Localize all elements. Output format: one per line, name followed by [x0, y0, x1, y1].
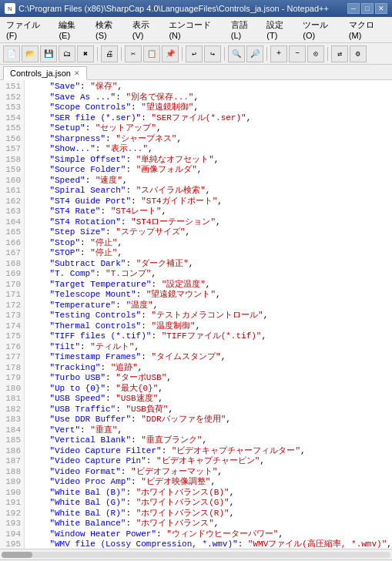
- menu-macro[interactable]: マクロ(M): [344, 18, 390, 42]
- menu-settings[interactable]: 設定(T): [262, 18, 298, 42]
- separator-5: [266, 47, 267, 61]
- tab-label: Controls_ja.json: [10, 69, 71, 78]
- menu-tools[interactable]: ツール(O): [298, 18, 344, 42]
- save-button[interactable]: 💾: [40, 45, 57, 62]
- code-content[interactable]: "Save": "保存", "Save As ...": "別名で保存...",…: [25, 80, 392, 549]
- menu-search[interactable]: 検索(S): [91, 18, 128, 42]
- paste-button[interactable]: 📌: [162, 45, 179, 62]
- zoom-in-button[interactable]: +: [270, 45, 287, 62]
- menu-file[interactable]: ファイル(F): [2, 18, 54, 42]
- separator-1: [97, 47, 98, 61]
- scroll-thumb[interactable]: [2, 552, 32, 558]
- save-all-button[interactable]: 🗂: [59, 45, 75, 62]
- toolbar: 📄 📂 💾 🗂 ✖ 🖨 ✂ 📋 📌 ↩ ↪ 🔍 🔎 + − ⊙ ⇄ ⚙: [0, 43, 392, 65]
- menu-edit[interactable]: 編集(E): [54, 18, 91, 42]
- separator-4: [224, 47, 225, 61]
- menu-lang[interactable]: 言語(L): [226, 18, 262, 42]
- cut-button[interactable]: ✂: [125, 45, 142, 62]
- close-button[interactable]: ✕: [375, 3, 387, 14]
- print-button[interactable]: 🖨: [101, 45, 118, 62]
- window-title: C:\Program Files (x86)\SharpCap 4.0\Lang…: [18, 4, 344, 13]
- minimize-button[interactable]: ─: [347, 3, 360, 14]
- separator-3: [182, 47, 183, 61]
- menu-bar: ファイル(F) 編集(E) 検索(S) 表示(V) エンコード(N) 言語(L)…: [0, 17, 392, 43]
- open-button[interactable]: 📂: [22, 45, 39, 62]
- replace-button[interactable]: 🔎: [246, 45, 263, 62]
- title-bar: N C:\Program Files (x86)\SharpCap 4.0\La…: [0, 0, 392, 17]
- tab-bar: Controls_ja.json ✕: [0, 65, 392, 80]
- zoom-out-button[interactable]: −: [289, 45, 306, 62]
- undo-button[interactable]: ↩: [186, 45, 203, 62]
- settings-button[interactable]: ⚙: [350, 45, 367, 62]
- window-controls: ─ □ ✕: [347, 3, 387, 14]
- find-button[interactable]: 🔍: [228, 45, 245, 62]
- new-button[interactable]: 📄: [3, 45, 20, 62]
- redo-button[interactable]: ↪: [204, 45, 221, 62]
- close-button2[interactable]: ✖: [77, 45, 94, 62]
- app-icon: N: [5, 3, 15, 14]
- tab-controls-ja-json[interactable]: Controls_ja.json ✕: [3, 66, 87, 80]
- copy-button[interactable]: 📋: [143, 45, 160, 62]
- separator-6: [327, 47, 328, 61]
- tab-close-icon[interactable]: ✕: [74, 69, 80, 77]
- menu-encode[interactable]: エンコード(N): [164, 18, 226, 42]
- separator-2: [121, 47, 122, 61]
- horizontal-scrollbar[interactable]: [0, 549, 392, 559]
- editor-area: 1511521531541551561571581591601611621631…: [0, 80, 392, 549]
- maximize-button[interactable]: □: [361, 3, 374, 14]
- line-numbers: 1511521531541551561571581591601611621631…: [0, 80, 25, 549]
- zoom-restore-button[interactable]: ⊙: [307, 45, 324, 62]
- sync-button[interactable]: ⇄: [331, 45, 348, 62]
- menu-view[interactable]: 表示(V): [128, 18, 165, 42]
- scroll-track: [2, 552, 390, 558]
